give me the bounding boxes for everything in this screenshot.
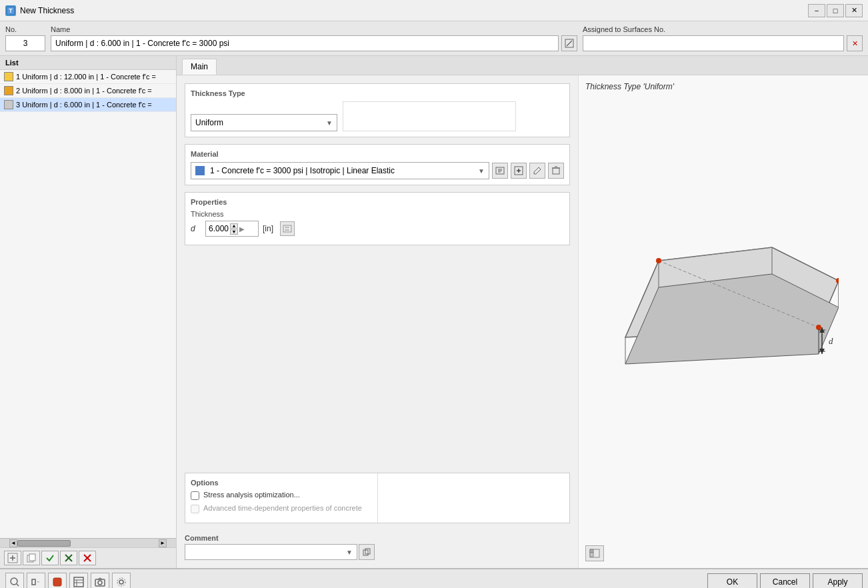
material-new-button[interactable] [511, 163, 527, 179]
thickness-type-value: Uniform [195, 118, 223, 127]
material-value: 1 - Concrete f'c = 3000 psi | Isotropic … [210, 166, 395, 175]
color-bottom-button[interactable] [48, 573, 67, 588]
list-item-text-2: 2 Uniform | d : 8.000 in | 1 - Concrete … [16, 87, 172, 95]
list-toolbar [0, 547, 176, 568]
material-library-button[interactable] [492, 163, 508, 179]
preview-type-label: Thickness Type 'Uniform' [585, 82, 674, 91]
checkbox-timedep-row: Advanced time-dependent properties of co… [191, 504, 372, 513]
cancel-list-button[interactable] [60, 551, 77, 565]
thickness-diagram-svg: d [585, 207, 839, 434]
svg-rect-51 [32, 579, 35, 585]
checkbox-stress-row: Stress analysis optimization... [191, 491, 372, 500]
form-right-preview: Thickness Type 'Uniform' [578, 75, 868, 568]
list-item[interactable]: 3 Uniform | d : 6.000 in | 1 - Concrete … [0, 98, 176, 112]
svg-rect-47 [590, 549, 593, 553]
comment-label: Comment [185, 534, 375, 542]
comment-right [375, 534, 570, 560]
no-display: 3 [5, 35, 45, 51]
list-item-text-1: 1 Uniform | d : 12.000 in | 1 - Concrete… [16, 73, 172, 81]
comment-row: Comment ▼ [185, 534, 570, 560]
scroll-right-button[interactable]: ► [159, 539, 167, 547]
search-bottom-button[interactable] [5, 573, 24, 588]
window-title: New Thickness [20, 6, 74, 15]
tabs-row: Main [177, 56, 868, 75]
svg-point-61 [119, 580, 123, 584]
properties-label: Properties [191, 198, 564, 206]
h-scroll-track: ◄ ► [0, 538, 176, 547]
svg-point-62 [117, 578, 125, 586]
prop-spinner: ▲ ▼ [230, 223, 238, 235]
material-label: Material [191, 150, 564, 158]
thickness-value: 6.000 [209, 224, 229, 233]
svg-text:d: d [829, 336, 833, 346]
no-label: No. [5, 25, 45, 33]
settings-bottom-button[interactable] [112, 573, 131, 588]
scroll-left-button[interactable]: ◄ [9, 539, 17, 547]
svg-marker-60 [98, 578, 102, 579]
tab-main[interactable]: Main [182, 59, 217, 75]
restore-button[interactable]: □ [827, 4, 844, 17]
svg-text:": " [37, 580, 39, 586]
preview-bottom [585, 543, 604, 561]
scroll-thumb[interactable] [17, 540, 71, 547]
delete-button[interactable] [79, 551, 96, 565]
accept-button[interactable] [41, 551, 59, 565]
item-color-3 [4, 100, 13, 109]
table-bottom-button[interactable] [69, 573, 88, 588]
apply-button[interactable]: Apply [813, 573, 863, 588]
close-button[interactable]: ✕ [845, 4, 863, 17]
prop-value-box: 6.000 ▲ ▼ ▶ [205, 221, 259, 237]
app-icon: T [5, 5, 16, 16]
minimize-button[interactable]: − [808, 4, 825, 17]
svg-rect-48 [590, 553, 593, 557]
cancel-dialog-button[interactable]: Cancel [760, 573, 810, 588]
svg-rect-8 [29, 554, 35, 561]
list-item[interactable]: 2 Uniform | d : 8.000 in | 1 - Concrete … [0, 84, 176, 98]
camera-bottom-button[interactable] [91, 573, 109, 588]
timedep-checkbox[interactable] [191, 505, 199, 513]
comment-left: Comment ▼ [185, 534, 375, 560]
name-input-row [51, 35, 577, 51]
form-spacer [185, 252, 570, 463]
svg-rect-20 [553, 168, 559, 174]
window-controls: − □ ✕ [808, 4, 863, 17]
units-bottom-button[interactable]: " [27, 573, 45, 588]
stress-checkbox[interactable] [191, 491, 199, 500]
name-input[interactable] [51, 35, 559, 51]
svg-point-49 [11, 578, 17, 585]
svg-rect-54 [74, 577, 83, 587]
material-delete-button[interactable] [548, 163, 564, 179]
svg-line-3 [567, 41, 572, 46]
spin-down-button[interactable]: ▼ [230, 229, 238, 235]
assigned-input[interactable] [583, 35, 844, 51]
units-arrow-button[interactable]: ▶ [239, 225, 245, 233]
preview-export-button[interactable] [585, 545, 604, 561]
list-item[interactable]: 1 Uniform | d : 12.000 in | 1 - Concrete… [0, 70, 176, 84]
header-no: No. 3 [5, 25, 45, 51]
list-items: 1 Uniform | d : 12.000 in | 1 - Concrete… [0, 70, 176, 538]
material-select[interactable]: 1 - Concrete f'c = 3000 psi | Isotropic … [191, 162, 489, 179]
item-color-2 [4, 86, 13, 95]
thickness-type-select[interactable]: Uniform ▼ [191, 114, 337, 131]
clear-assigned-button[interactable]: ✕ [847, 35, 863, 51]
thickness-type-row: Uniform ▼ [191, 101, 564, 131]
thickness-type-label: Thickness Type [191, 89, 564, 97]
svg-point-59 [98, 581, 102, 585]
new-item-button[interactable] [4, 551, 21, 565]
duplicate-button[interactable] [23, 551, 40, 565]
ok-button[interactable]: OK [707, 573, 757, 588]
list-item-text-3: 3 Uniform | d : 6.000 in | 1 - Concrete … [16, 101, 172, 109]
chevron-down-icon: ▼ [346, 549, 353, 556]
thickness-diagram-button[interactable] [280, 221, 295, 236]
material-edit-button[interactable] [529, 163, 545, 179]
material-color-box [195, 166, 205, 175]
svg-text:T: T [9, 7, 13, 14]
svg-point-39 [816, 325, 821, 330]
svg-rect-53 [53, 578, 61, 586]
chevron-down-icon: ▼ [326, 119, 333, 127]
comment-input[interactable]: ▼ [185, 544, 357, 560]
spin-up-button[interactable]: ▲ [230, 223, 238, 229]
comment-copy-button[interactable] [359, 544, 375, 560]
right-panel: Main Thickness Type Uniform ▼ [177, 56, 868, 568]
edit-name-button[interactable] [561, 35, 577, 51]
